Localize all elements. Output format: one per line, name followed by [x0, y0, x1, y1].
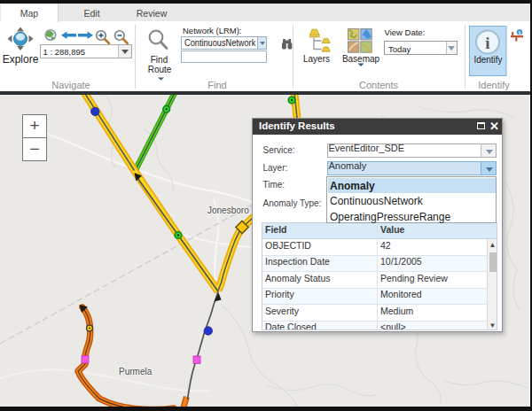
- svg-text:i: i: [519, 29, 520, 36]
- svg-text:Identify: Identify: [473, 55, 502, 65]
- svg-text:Network (LRM):: Network (LRM):: [183, 26, 242, 35]
- svg-text:i: i: [485, 34, 489, 52]
- svg-text:Route: Route: [148, 65, 172, 74]
- svg-text:Layers: Layers: [303, 54, 330, 64]
- svg-text:Find: Find: [151, 55, 168, 65]
- svg-text:Basemap: Basemap: [342, 54, 380, 64]
- svg-text:View Date:: View Date:: [385, 27, 426, 37]
- svg-text:Explore: Explore: [3, 53, 39, 66]
